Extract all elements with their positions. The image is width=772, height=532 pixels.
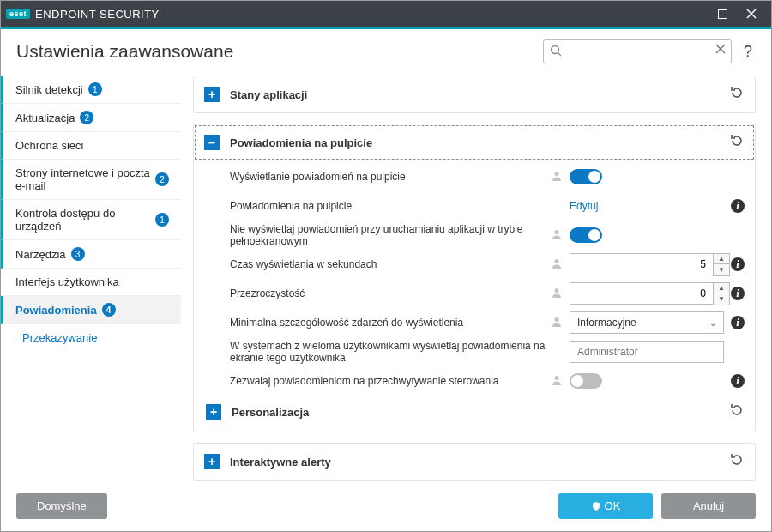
select-value: Informacyjne <box>577 317 636 329</box>
sidebar-item-label: Silnik detekcji <box>15 83 83 96</box>
user-icon <box>551 374 563 389</box>
sidebar-item-network-protection[interactable]: Ochrona sieci <box>1 132 181 160</box>
row-steal-focus: Zezwalaj powiadomieniom na przechwytywan… <box>230 366 745 396</box>
sidebar-item-tools[interactable]: Narzędzia3 <box>1 240 181 269</box>
row-label: Powiadomienia na pulpicie <box>230 200 563 212</box>
row-show-notifications: Wyświetlanie powiadomień na pulpicie i <box>230 162 745 191</box>
svg-point-7 <box>555 172 559 176</box>
row-label: Czas wyświetlania w sekundach <box>230 258 544 270</box>
spin-up[interactable]: ▲ <box>714 283 729 294</box>
row-fullscreen-suppress: Nie wyświetlaj powiadomień przy uruchami… <box>230 221 745 250</box>
sidebar-item-label: Strony internetowe i poczta e-mail <box>15 166 150 192</box>
sidebar-item-device-control[interactable]: Kontrola dostępu do urządzeń1 <box>1 200 181 240</box>
panel-body: Wyświetlanie powiadomień na pulpicie i P… <box>194 160 755 432</box>
toggle-steal-focus[interactable] <box>570 373 602 389</box>
search-icon <box>550 45 562 57</box>
number-input-transparency: ▲▼ <box>570 282 724 305</box>
revert-icon[interactable] <box>729 133 745 152</box>
badge: 1 <box>155 213 169 227</box>
expand-icon: + <box>204 87 220 102</box>
panel-interactive-alerts: + Interaktywne alerty <box>193 443 756 481</box>
clear-search-icon[interactable] <box>715 43 727 58</box>
toggle-show-notifications[interactable] <box>570 169 602 184</box>
verbosity-select[interactable]: Informacyjne ⌄ <box>570 311 724 334</box>
row-desktop-notifications-edit: Powiadomienia na pulpicie Edytuj i <box>230 191 745 221</box>
brand-logo: eset <box>6 9 30 19</box>
panel-desktop-notifications: – Powiadomienia na pulpicie Wyświetlanie… <box>193 124 756 432</box>
page-title: Ustawienia zaawansowane <box>16 41 233 62</box>
window-maximize-button[interactable] <box>708 1 737 27</box>
row-label: Minimalna szczegółowość zdarzeń do wyświ… <box>230 317 544 329</box>
panel-header-interactive-alerts[interactable]: + Interaktywne alerty <box>194 444 755 480</box>
main-content: + Stany aplikacji – Powiadomienia na pul… <box>181 72 771 482</box>
panel-title: Interaktywne alerty <box>230 456 729 469</box>
svg-point-10 <box>555 288 559 293</box>
duration-input[interactable] <box>570 253 713 275</box>
sidebar-item-web-email[interactable]: Strony internetowe i poczta e-mail2 <box>1 160 181 200</box>
user-icon <box>551 287 563 301</box>
sidebar-item-label: Narzędzia <box>15 248 66 261</box>
cancel-button[interactable]: Anuluj <box>661 493 756 519</box>
user-icon <box>551 170 563 184</box>
shield-icon <box>591 501 601 511</box>
user-icon <box>551 316 563 330</box>
svg-point-12 <box>555 376 559 380</box>
sub-section-title: Personalizacja <box>232 406 729 419</box>
revert-icon[interactable] <box>729 402 745 421</box>
panel-title: Stany aplikacji <box>230 88 729 101</box>
row-label: Wyświetlanie powiadomień na pulpicie <box>230 171 544 183</box>
info-icon[interactable]: i <box>731 199 745 213</box>
defaults-button[interactable]: Domyślne <box>16 493 107 519</box>
footer: Domyślne OK Anuluj <box>1 482 771 529</box>
info-icon[interactable]: i <box>731 316 745 329</box>
sub-section-personalization[interactable]: + Personalizacja <box>206 396 745 425</box>
search-input[interactable] <box>543 39 732 63</box>
panel-header-app-states[interactable]: + Stany aplikacji <box>194 76 755 112</box>
row-label: W systemach z wieloma użytkownikami wyśw… <box>230 340 563 364</box>
spin-down[interactable]: ▼ <box>714 293 729 305</box>
sidebar-item-forwarding[interactable]: Przekazywanie <box>1 324 181 351</box>
row-label: Nie wyświetlaj powiadomień przy uruchami… <box>230 223 544 247</box>
svg-point-8 <box>555 230 559 234</box>
sidebar: Silnik detekcji1 Aktualizacja2 Ochrona s… <box>1 72 181 482</box>
panel-title: Powiadomienia na pulpicie <box>230 136 729 149</box>
revert-icon[interactable] <box>729 85 745 104</box>
sidebar-item-label: Przekazywanie <box>22 331 97 344</box>
spin-down[interactable]: ▼ <box>714 264 729 275</box>
sidebar-item-notifications[interactable]: Powiadomienia4 <box>1 296 181 324</box>
ok-button[interactable]: OK <box>558 493 653 519</box>
info-icon[interactable]: i <box>731 374 745 388</box>
sidebar-item-detection-engine[interactable]: Silnik detekcji1 <box>1 76 181 104</box>
transparency-input[interactable] <box>570 282 713 305</box>
info-icon[interactable]: i <box>731 257 745 271</box>
sidebar-item-label: Kontrola dostępu do urządzeń <box>15 207 150 233</box>
user-icon <box>551 228 563 243</box>
sidebar-item-update[interactable]: Aktualizacja2 <box>1 104 181 132</box>
help-button[interactable]: ? <box>740 43 756 61</box>
number-input-duration: ▲▼ <box>570 253 724 276</box>
expand-icon: + <box>206 404 221 420</box>
info-icon[interactable]: i <box>731 287 745 300</box>
sidebar-item-label: Powiadomienia <box>15 304 97 317</box>
row-duration: Czas wyświetlania w sekundach ▲▼ i <box>230 250 745 279</box>
panel-header-desktop-notifications[interactable]: – Powiadomienia na pulpicie <box>194 124 755 160</box>
spin-up[interactable]: ▲ <box>714 254 729 265</box>
multiuser-input[interactable] <box>570 341 724 363</box>
collapse-icon: – <box>204 135 220 150</box>
sidebar-item-label: Aktualizacja <box>15 112 75 124</box>
window-close-button[interactable] <box>737 1 766 27</box>
sidebar-item-label: Interfejs użytkownika <box>15 275 119 288</box>
badge: 2 <box>155 172 169 186</box>
sidebar-item-ui[interactable]: Interfejs użytkownika <box>1 269 181 296</box>
chevron-down-icon: ⌄ <box>709 318 716 328</box>
search-wrap <box>543 39 732 63</box>
row-label: Zezwalaj powiadomieniom na przechwytywan… <box>230 375 544 387</box>
svg-point-11 <box>555 317 559 322</box>
toggle-fullscreen-suppress[interactable] <box>570 227 602 243</box>
brand-text: ENDPOINT SECURITY <box>35 8 160 21</box>
user-icon <box>551 257 563 272</box>
revert-icon[interactable] <box>729 452 745 471</box>
edit-link[interactable]: Edytuj <box>570 200 598 212</box>
sidebar-item-label: Ochrona sieci <box>15 139 83 152</box>
row-multiuser: W systemach z wieloma użytkownikami wyśw… <box>230 337 745 366</box>
